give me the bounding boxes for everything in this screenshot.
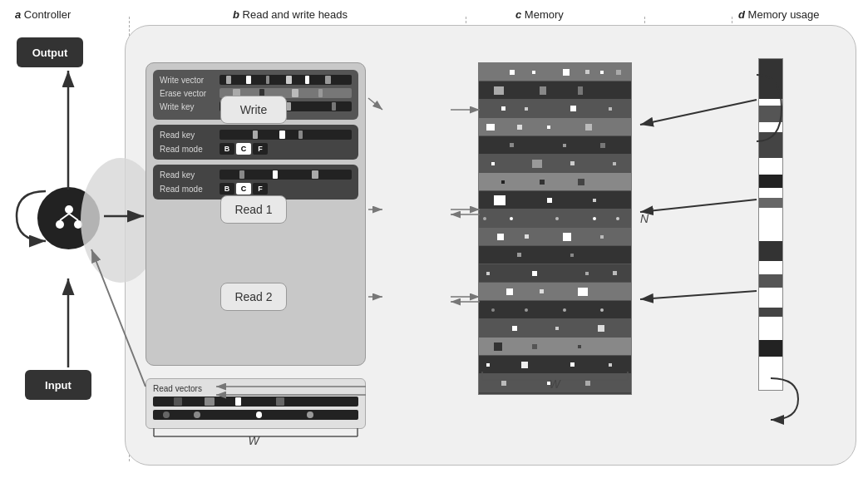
- mode-c-2: C: [236, 183, 251, 195]
- read-vectors-section: Read vectors: [145, 378, 366, 429]
- read-head-2-group: Read key Read mode B C F: [153, 165, 358, 200]
- mode-f-1: F: [253, 143, 268, 155]
- svg-line-4: [69, 214, 78, 220]
- memory-usage-strip: [758, 58, 783, 391]
- read-mode-1-row: Read mode B C F: [160, 143, 352, 155]
- svg-text:W: W: [248, 434, 260, 445]
- svg-text:W: W: [549, 377, 561, 388]
- read-key-1-row: Read key: [160, 130, 352, 140]
- w-label-memory: W: [478, 367, 632, 391]
- rv-strip-2: [153, 410, 358, 420]
- svg-line-3: [60, 214, 69, 220]
- output-box: Output: [17, 37, 83, 67]
- input-box: Input: [25, 370, 91, 400]
- svg-point-1: [56, 220, 64, 229]
- read1-button[interactable]: Read 1: [220, 195, 287, 224]
- n-label: N: [640, 212, 649, 225]
- write-vector-bar: [219, 75, 352, 85]
- w-label-rw: W: [145, 424, 366, 447]
- mode-boxes-1: B C F: [219, 143, 268, 155]
- svg-point-0: [65, 205, 73, 214]
- write-vector-row: Write vector: [160, 75, 352, 85]
- read-key-2-row: Read key: [160, 170, 352, 180]
- read2-button[interactable]: Read 2: [220, 283, 287, 311]
- section-c-label: c Memory: [515, 8, 564, 21]
- read-head-1-group: Read key Read mode B C F: [153, 125, 358, 160]
- rv-strip-1: [153, 397, 358, 407]
- diagram: a Controller b Read and write heads c Me…: [0, 0, 868, 478]
- read-key-2-bar: [219, 170, 352, 180]
- section-b-label: b Read and write heads: [233, 8, 348, 21]
- mode-b-1: B: [219, 143, 234, 155]
- mode-boxes-2: B C F: [219, 183, 268, 195]
- section-a-label: a Controller: [15, 8, 71, 21]
- read-mode-2-row: Read mode B C F: [160, 183, 352, 195]
- mode-b-2: B: [219, 183, 234, 195]
- mode-c-1: C: [236, 143, 251, 155]
- read-key-1-bar: [219, 130, 352, 140]
- mode-f-2: F: [253, 183, 268, 195]
- write-button[interactable]: Write: [220, 96, 287, 124]
- memory-section: N W: [478, 46, 644, 420]
- memory-grid: [478, 62, 632, 395]
